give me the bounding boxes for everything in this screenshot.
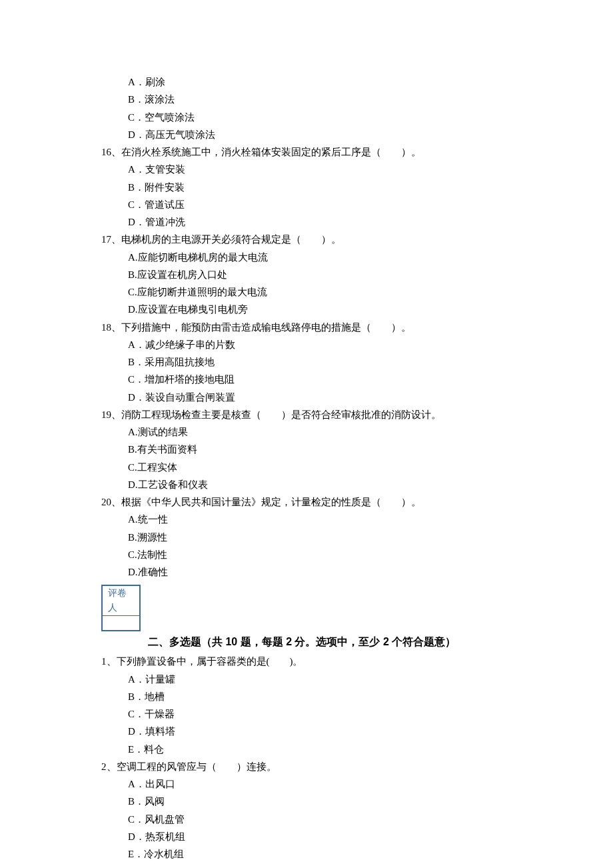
q20-options: A.统一性 B.溯源性 C.法制性 D.准确性 [101,511,520,581]
m2-option-a: A．出风口 [128,775,520,793]
q18-option-b: B．采用高阻抗接地 [128,353,520,371]
q20-stem: 20、根据《中华人民共和国计量法》规定，计量检定的性质是（ ）。 [101,493,520,511]
q19-option-b: B.有关书面资料 [128,441,520,458]
q20-option-b: B.溯源性 [128,529,520,546]
m1-option-b: B．地槽 [128,688,520,705]
q16-option-a: A．支管安装 [128,161,520,178]
q15-options: A．刷涂 B．滚涂法 C．空气喷涂法 D．高压无气喷涂法 [101,73,520,143]
q20-option-d: D.准确性 [128,563,520,581]
q18-option-a: A．减少绝缘子串的片数 [128,336,520,353]
q17-option-a: A.应能切断电梯机房的最大电流 [128,249,520,266]
q15-option-b: B．滚涂法 [128,91,520,108]
m2-options: A．出风口 B．风阀 C．风机盘管 D．热泵机组 E．冷水机组 [101,775,520,863]
q19-option-a: A.测试的结果 [128,423,520,441]
q18-stem: 18、下列措施中，能预防由雷击造成输电线路停电的措施是（ ）。 [101,319,520,336]
q18-option-c: C．增加杆塔的接地电阻 [128,371,520,388]
q17-option-b: B.应设置在机房入口处 [128,266,520,283]
q20-option-a: A.统一性 [128,511,520,528]
q15-option-a: A．刷涂 [128,73,520,91]
grader-box: 评卷人 [101,585,141,631]
m1-options: A．计量罐 B．地槽 C．干燥器 D．填料塔 E．料仓 [101,671,520,758]
q17-stem: 17、电梯机房的主电源开关必须符合规定是（ ）。 [101,231,520,248]
m2-option-e: E．冷水机组 [128,845,520,863]
q17-options: A.应能切断电梯机房的最大电流 B.应设置在机房入口处 C.应能切断井道照明的最… [101,249,520,319]
m2-stem: 2、空调工程的风管应与（ ）连接。 [101,758,520,775]
q19-options: A.测试的结果 B.有关书面资料 C.工程实体 D.工艺设备和仪表 [101,423,520,493]
grader-empty-cell [103,616,140,631]
m1-option-c: C．干燥器 [128,705,520,723]
m2-option-c: C．风机盘管 [128,811,520,828]
section-2-title: 二、多选题（共 10 题，每题 2 分。选项中，至少 2 个符合题意） [101,633,520,653]
m2-option-b: B．风阀 [128,793,520,810]
m1-option-e: E．料仓 [128,741,520,758]
q17-option-d: D.应设置在电梯曳引电机旁 [128,301,520,318]
q16-option-c: C．管道试压 [128,196,520,213]
q16-options: A．支管安装 B．附件安装 C．管道试压 D．管道冲洗 [101,161,520,231]
q15-option-d: D．高压无气喷涂法 [128,126,520,143]
q19-stem: 19、消防工程现场检查主要是核查（ ）是否符合经审核批准的消防设计。 [101,406,520,423]
q19-option-c: C.工程实体 [128,459,520,476]
m1-stem: 1、下列静置设备中，属于容器类的是( )。 [101,653,520,670]
q18-option-d: D．装设自动重合闸装置 [128,389,520,406]
q15-option-c: C．空气喷涂法 [128,109,520,126]
q16-stem: 16、在消火栓系统施工中，消火栓箱体安装固定的紧后工序是（ ）。 [101,143,520,161]
q16-option-d: D．管道冲洗 [128,213,520,231]
q17-option-c: C.应能切断井道照明的最大电流 [128,283,520,301]
q20-option-c: C.法制性 [128,546,520,563]
m1-option-d: D．填料塔 [128,723,520,740]
q18-options: A．减少绝缘子串的片数 B．采用高阻抗接地 C．增加杆塔的接地电阻 D．装设自动… [101,336,520,406]
q16-option-b: B．附件安装 [128,179,520,196]
grader-label: 评卷人 [103,586,140,616]
m1-option-a: A．计量罐 [128,671,520,688]
m2-option-d: D．热泵机组 [128,828,520,845]
q19-option-d: D.工艺设备和仪表 [128,476,520,493]
